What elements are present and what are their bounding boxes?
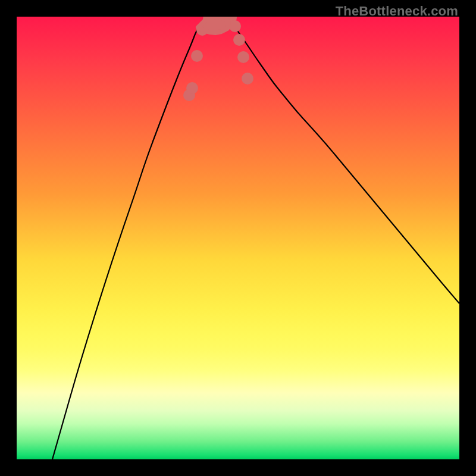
chart-frame: TheBottleneck.com [0, 0, 476, 476]
series-group [52, 17, 459, 459]
data-point [191, 50, 203, 62]
series-line [228, 18, 459, 303]
chart-svg [17, 17, 459, 459]
data-point [229, 20, 241, 32]
data-point [242, 73, 253, 84]
data-point [186, 82, 198, 94]
plot-area [17, 17, 459, 459]
data-point [233, 34, 245, 46]
series-line [52, 18, 209, 459]
data-point [237, 51, 249, 63]
area-lobe [198, 17, 228, 33]
